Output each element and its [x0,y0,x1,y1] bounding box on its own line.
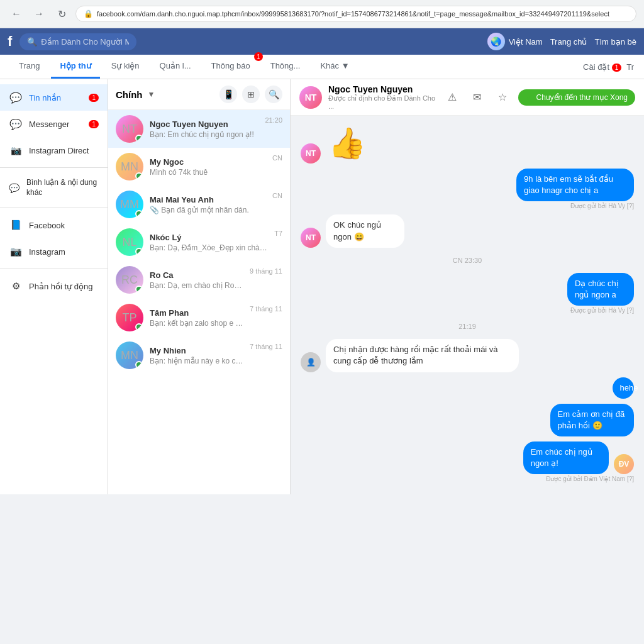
facebook-icon: 📘 [9,218,23,232]
conv-item-tam-phan[interactable]: TP Tâm Phan Bạn: kết bạn zalo shop e xem… [108,299,290,336]
msg-row: hehe [601,377,634,399]
conv-time: 21:20 [265,116,282,124]
online-indicator [135,210,143,218]
sidebar-item-phan-hoi[interactable]: ⚙ Phản hồi tự động [0,273,108,299]
trang-chu-link[interactable]: Trang chủ [550,37,587,47]
conv-item-my-nhien[interactable]: MN My Nhien Bạn: hiện mẫu này e ko còn h… [108,336,290,374]
conv-name: My Ngoc [150,157,266,167]
reload-button[interactable]: ↻ [53,5,70,23]
sidebar-label-messenger: Messenger [29,119,69,129]
msg-sent-1: 9h là bên em sẽ bắt đầu giao hnagr cho c… [301,169,634,209]
conv-preview: 📎 Bạn đã gửi một nhãn dán. [150,206,266,214]
online-indicator [135,172,143,180]
sidebar-item-facebook[interactable]: 📘 Facebook [0,212,108,238]
msg-sender-avatar: NT [301,228,321,248]
tab-thong-bao-wrap: Thông báo 1 [203,55,259,79]
conv-list-title: Chính [116,89,143,100]
forward-button[interactable]: ✓ Chuyển đến thư mục Xong [518,89,635,106]
tim-ban-be-link[interactable]: Tìm bạn bè [594,37,636,47]
sidebar-label-tin-nhan: Tin nhắn [29,93,61,103]
conv-item-ro-ca[interactable]: RC Ro Ca Bạn: Dạ, em chào chị Ro Ca, em … [108,261,290,299]
msg-like: NT 👍 [301,123,634,164]
conv-name: Ngoc Tuyen Nguyen [150,119,258,129]
fb-search-box[interactable]: 🔍 [19,33,136,50]
conv-list-header: Chính ▼ 📱 ⊞ 🔍 [108,79,290,110]
conv-info-mai-mai: Mai Mai Yeu Anh 📎 Bạn đã gửi một nhãn dá… [150,195,266,214]
whatsapp-icon-btn[interactable]: 📱 [219,86,237,103]
tab-quan-ly[interactable]: Quản l... [151,55,200,79]
sidebar-divider-1 [0,167,108,168]
thong-bao-badge: 1 [254,52,263,61]
tab-trang[interactable]: Trang [10,55,48,79]
msg-row: NT OK chúc ngủ ngon 😄 [301,214,421,247]
conv-name: Ro Ca [150,270,243,280]
sidebar-label-instagram: Instagram [29,247,65,257]
conv-item-ngoc-tuyen[interactable]: NT Ngoc Tuyen Nguyen Bạn: Em chúc chị ng… [108,110,290,148]
tab-su-kien[interactable]: Sự kiện [103,55,148,79]
msg-sender-avatar: NT [301,143,321,164]
tr-btn[interactable]: Tr [626,62,634,72]
tab-khac[interactable]: Khác ▼ [311,55,358,79]
conv-avatar-tam-phan: TP [116,304,143,331]
conv-item-mai-mai[interactable]: MM Mai Mai Yeu Anh 📎 Bạn đã gửi một nhãn… [108,186,290,223]
browser-nav: ← → ↻ 🔒 facebook.com/dam.danh.cho.nguoi.… [0,0,644,28]
cai-dat-btn[interactable]: Cài đặt 1 [583,62,621,72]
conv-preview: Bạn: Em chúc chị ngủ ngon ạ!! [150,130,258,139]
fb-topbar: f 🔍 🌏 Việt Nam Trang chủ Tìm bạn bè [0,28,644,55]
envelope-btn[interactable]: ✉ [468,88,487,107]
msg-sender-avatar: 👤 [301,352,321,372]
instagram-icon: 📷 [9,245,23,258]
back-button[interactable]: ← [8,5,25,23]
filter-icon-btn[interactable]: ⊞ [242,86,260,103]
tab-thong-tin[interactable]: Thông... [262,55,309,79]
online-indicator [135,361,143,369]
msg-meta: Được gửi bởi Hà Vy [?] [570,307,634,314]
conv-name: Mai Mai Yeu Anh [150,195,266,204]
msg-meta: Được gửi bởi Đầm Việt Nam [?] [546,475,634,482]
conv-info-tam-phan: Tâm Phan Bạn: kết bạn zalo shop e xem th… [150,308,243,328]
conv-item-nkoc-ly[interactable]: NL Nkóc Lý Bạn: Dạ, Đầm_Xòe_Đẹp xin chào… [108,223,290,261]
sidebar-item-tin-nhan[interactable]: 💬 Tin nhắn 1 [0,84,108,111]
msg-bubble: Dạ chúc chị ngủ ngon a [567,273,634,306]
sidebar-item-instagram-direct[interactable]: 📷 Instagram Direct [0,137,108,164]
conv-time: 7 tháng 11 [250,343,282,350]
sidebar-divider-2 [0,208,108,208]
conv-avatar-mai-mai: MM [116,191,143,218]
fb-search-input[interactable] [41,37,129,47]
msg-row: 👤 Chị nhận được hàng rồi mặc rất thoải m… [301,339,597,372]
sidebar-item-messenger[interactable]: 💬 Messenger 1 [0,111,108,137]
conv-item-my-ngoc[interactable]: MN My Ngoc Mình có 74k thuê CN [108,148,290,186]
messenger-icon: 💬 [9,117,23,131]
msg-recv-long: 👤 Chị nhận được hàng rồi mặc rất thoải m… [301,339,634,372]
messages-area: NT 👍 9h là bên em sẽ bắt đầu giao hnagr … [291,116,644,494]
url-bar[interactable]: 🔒 facebook.com/dam.danh.cho.nguoi.map.tp… [75,6,636,22]
tab-thong-bao[interactable]: Thông báo 1 [203,55,259,79]
search-icon-btn[interactable]: 🔍 [265,86,282,103]
conv-time: CN [272,192,282,199]
warning-btn[interactable]: ⚠ [443,88,462,107]
star-btn[interactable]: ☆ [493,88,512,107]
sidebar-item-binh-luan[interactable]: 💬 Bình luận & nội dung khác [0,172,108,204]
conv-list-arrow[interactable]: ▼ [148,90,155,99]
conv-avatar-nkoc-ly: NL [116,228,143,256]
msg-bubble: Em chúc chị ngủ ngon ạ! [523,441,609,474]
chat-contact-name: Ngoc Tuyen Nguyen [328,84,436,94]
conv-time: T7 [274,230,282,237]
msg-row: Em cảm ơn chị đã phản hồi 🙂 [505,404,634,436]
conv-avatar-ro-ca: RC [116,266,143,294]
url-text: facebook.com/dam.danh.cho.nguoi.map.tphc… [97,10,609,18]
forward-btn-label: Chuyển đến thư mục Xong [536,93,628,102]
msg-bubble: hehe [613,377,634,399]
sidebar-item-instagram[interactable]: 📷 Instagram [0,238,108,265]
conversation-list: Chính ▼ 📱 ⊞ 🔍 NT Ngoc Tuyen Nguyen Bạn: … [108,79,291,494]
tab-hop-thu[interactable]: Hộp thư [51,55,99,79]
forward-button[interactable]: → [30,5,48,23]
chat-header: NT Ngoc Tuyen Nguyen Được chỉ định cho Đ… [291,79,644,116]
conv-avatar-my-nhien: MN [116,341,143,369]
msg-row: 9h là bên em sẽ bắt đầu giao hnagr cho c… [453,169,634,201]
chat-header-avatar: NT [299,86,322,109]
conv-preview: Mình có 74k thuê [150,168,266,177]
user-pill[interactable]: 🌏 Việt Nam [487,33,543,50]
user-name: Việt Nam [509,37,543,47]
fb-logo: f [8,33,12,50]
